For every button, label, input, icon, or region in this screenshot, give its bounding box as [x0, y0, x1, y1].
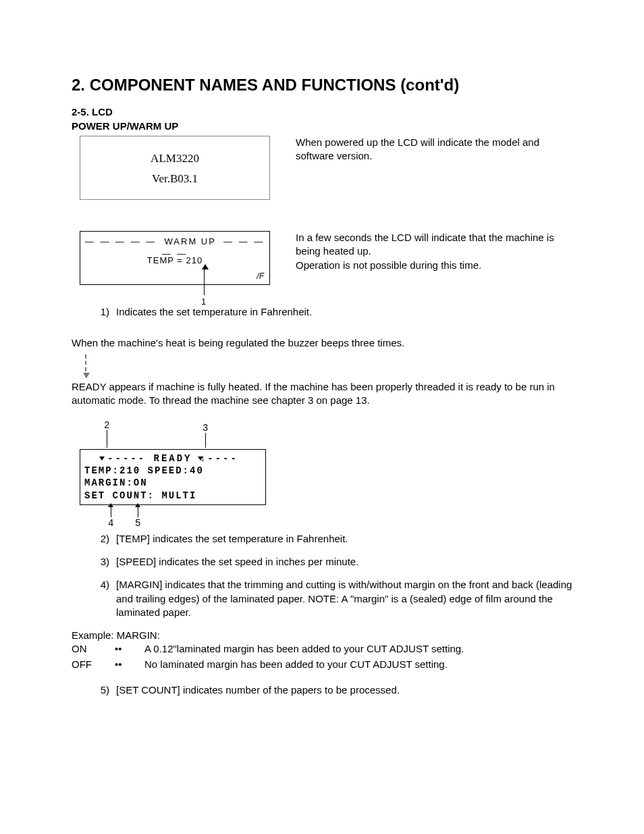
- lcd-ready-diagram: 2 3 ----- READY ↓---- TEMP:210 SPEED:40 …: [80, 421, 275, 528]
- item-4-text: [MARGIN] indicates that the trimming and…: [116, 578, 572, 619]
- callout-4: 4: [108, 517, 113, 530]
- item-3-text: [SPEED] indicates the set speed in inche…: [116, 555, 358, 569]
- dashed-arrow-down-icon: [85, 355, 87, 377]
- section-title: POWER UP/WARM UP: [72, 120, 572, 133]
- item-5-text: [SET COUNT] indicates number of the pape…: [116, 683, 400, 697]
- ready-line3: MARGIN:ON: [84, 477, 261, 489]
- example-on: ON: [72, 642, 99, 656]
- item-4-num: 4): [96, 578, 109, 619]
- ready-line2: TEMP:210 SPEED:40: [84, 465, 261, 477]
- callout-1: 1: [201, 296, 206, 308]
- buzzer-para: When the machine's heat is being regulat…: [72, 336, 572, 350]
- example-off-text: No laminated margin has been added to yo…: [144, 658, 448, 671]
- item-2-text: [TEMP] indicates the set temperature in …: [116, 532, 348, 546]
- ready-line4: SET COUNT: MULTI: [84, 490, 261, 502]
- bullet-icon: ••: [115, 642, 128, 656]
- lcd-model: ALM3220: [80, 149, 269, 170]
- item-2-num: 2): [96, 532, 109, 546]
- warmup-temp: TEMP = 210: [80, 255, 269, 267]
- ready-para: READY appears if machine is fully heated…: [72, 380, 572, 408]
- warmup-desc-a: In a few seconds the LCD will indicate t…: [296, 231, 572, 259]
- bullet-icon: ••: [115, 658, 128, 671]
- item-1-text: Indicates the set temperature in Fahrenh…: [116, 305, 312, 319]
- warmup-title: WARM UP: [165, 236, 216, 246]
- lcd-version: Ver.B03.1: [80, 169, 269, 190]
- ready-line1: ----- READY ↓----: [84, 452, 261, 465]
- lcd-warmup-diagram: — — — — — WARM UP — — — — — TEMP = 210 /…: [80, 231, 270, 285]
- example-off: OFF: [72, 658, 99, 671]
- callout-5: 5: [135, 517, 140, 530]
- section-number: 2-5. LCD: [72, 105, 572, 119]
- item-5-num: 5): [96, 683, 109, 697]
- page-title: 2. COMPONENT NAMES AND FUNCTIONS (cont'd…: [72, 74, 572, 96]
- powerup-description: When powered up the LCD will indicate th…: [296, 136, 572, 163]
- example-label: Example: MARGIN:: [72, 629, 572, 642]
- lcd-powerup-box: ALM3220 Ver.B03.1: [80, 136, 270, 200]
- example-on-text: A 0.12"laminated margin has been added t…: [144, 642, 464, 656]
- warmup-unit: /F: [257, 271, 264, 282]
- dash-left: — — — — —: [85, 236, 157, 246]
- arrow-stem: [204, 268, 205, 295]
- arrow-up-icon: [202, 264, 209, 269]
- warmup-desc-b: Operation is not possible during this ti…: [296, 259, 572, 272]
- item-1-num: 1): [96, 305, 109, 319]
- item-3-num: 3): [96, 555, 109, 569]
